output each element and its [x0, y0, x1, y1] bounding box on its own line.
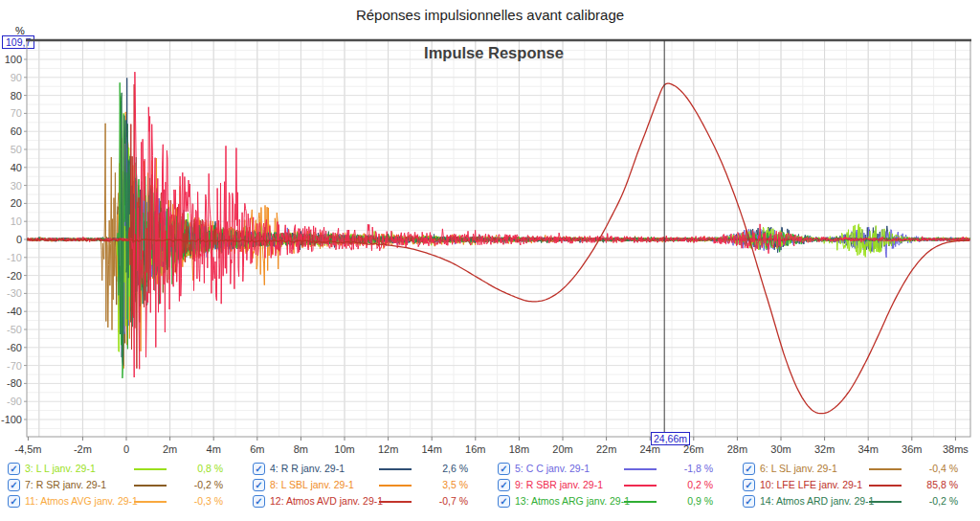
checkbox-icon[interactable]: ✓	[8, 495, 20, 508]
svg-text:14m: 14m	[421, 443, 441, 455]
svg-text:22m: 22m	[596, 443, 616, 455]
svg-text:-100: -100	[1, 414, 22, 425]
legend-item-6[interactable]: ✓6: L SL janv. 29-1-0,4 %	[735, 461, 980, 477]
legend-percent-value: 2,6 %	[412, 463, 468, 474]
svg-text:2m: 2m	[163, 443, 177, 455]
legend-label: 11: Atmos AVG janv. 29-1	[25, 495, 138, 507]
svg-text:12m: 12m	[378, 443, 398, 455]
chart-title: Impulse Response	[424, 44, 564, 61]
legend-percent-value: 0,9 %	[657, 495, 713, 507]
trace-color-swatch	[134, 485, 167, 487]
svg-text:-4,5m: -4,5m	[14, 443, 41, 455]
cursor-time-readout[interactable]: 24,66m	[651, 432, 690, 445]
svg-text:18m: 18m	[509, 443, 529, 455]
checkbox-icon[interactable]: ✓	[743, 495, 755, 508]
legend-item-14[interactable]: ✓14: Atmos ARD janv. 29-1-0,2 %	[735, 493, 980, 510]
legend-item-9[interactable]: ✓9: R SBR janv. 29-10,2 %	[490, 477, 735, 493]
legend-percent-value: 85,8 %	[902, 479, 958, 490]
svg-text:40: 40	[11, 162, 22, 173]
legend-item-7[interactable]: ✓7: R SR janv. 29-1-0,2 %	[0, 477, 245, 493]
legend-label: 10: LFE LFE janv. 29-1	[760, 479, 862, 490]
svg-text:50: 50	[11, 144, 22, 155]
checkbox-icon[interactable]: ✓	[253, 495, 265, 508]
checkbox-icon[interactable]: ✓	[743, 463, 755, 475]
legend-percent-value: -0,2 %	[902, 495, 958, 507]
svg-text:6m: 6m	[250, 443, 264, 455]
legend-percent-value: -0,7 %	[412, 495, 468, 507]
svg-text:-80: -80	[7, 377, 22, 389]
svg-text:-40: -40	[7, 306, 22, 317]
legend-item-4[interactable]: ✓4: R R janv. 29-12,6 %	[245, 461, 490, 477]
legend-item-10[interactable]: ✓10: LFE LFE janv. 29-185,8 %	[735, 477, 980, 493]
legend-label: 6: L SL janv. 29-1	[760, 463, 837, 474]
svg-text:-70: -70	[7, 360, 22, 372]
svg-text:0: 0	[16, 234, 22, 245]
svg-text:4m: 4m	[207, 443, 221, 455]
svg-text:-50: -50	[7, 324, 22, 335]
legend-label: 4: R R janv. 29-1	[270, 463, 345, 474]
svg-text:100: 100	[5, 54, 22, 65]
svg-text:32m: 32m	[814, 443, 835, 455]
svg-text:8m: 8m	[294, 443, 308, 455]
checkbox-icon[interactable]: ✓	[743, 479, 755, 491]
trace-color-swatch	[134, 501, 167, 503]
checkbox-icon[interactable]: ✓	[498, 495, 510, 508]
trace-ch-9	[27, 72, 970, 377]
svg-text:20: 20	[11, 197, 22, 209]
svg-text:28m: 28m	[727, 443, 747, 455]
trace-color-swatch	[869, 485, 902, 487]
legend-label: 13: Atmos ARG janv. 29-1	[515, 495, 630, 507]
legend-label: 8: L SBL janv. 29-1	[270, 479, 354, 490]
svg-text:20m: 20m	[552, 443, 572, 455]
checkbox-icon[interactable]: ✓	[498, 463, 510, 475]
trace-color-swatch	[869, 501, 902, 503]
svg-text:80: 80	[11, 90, 22, 102]
checkbox-icon[interactable]: ✓	[498, 479, 510, 491]
legend-label: 12: Atmos AVD janv. 29-1	[270, 495, 383, 507]
trace-color-swatch	[624, 485, 657, 487]
legend-label: 5: C C janv. 29-1	[515, 463, 590, 474]
legend-item-11[interactable]: ✓11: Atmos AVG janv. 29-1-0,3 %	[0, 493, 245, 510]
trace-color-swatch	[134, 468, 167, 470]
svg-text:90: 90	[11, 72, 22, 83]
svg-text:16m: 16m	[465, 443, 485, 455]
checkbox-icon[interactable]: ✓	[253, 479, 265, 491]
svg-text:-30: -30	[7, 287, 22, 299]
trace-color-swatch	[624, 468, 657, 470]
trace-color-swatch	[869, 468, 902, 470]
legend-item-12[interactable]: ✓12: Atmos AVD janv. 29-1-0,7 %	[245, 493, 490, 510]
svg-text:70: 70	[11, 107, 22, 119]
svg-text:-60: -60	[7, 342, 22, 353]
svg-text:-2m: -2m	[74, 443, 92, 455]
legend-label: 14: Atmos ARD janv. 29-1	[760, 495, 874, 507]
svg-text:10: 10	[11, 215, 22, 227]
legend-item-8[interactable]: ✓8: L SBL janv. 29-13,5 %	[245, 477, 490, 493]
svg-text:60: 60	[11, 125, 22, 137]
svg-text:36m: 36m	[902, 443, 922, 455]
trace-color-swatch	[379, 501, 412, 503]
legend: ✓3: L L janv. 29-10,8 %✓4: R R janv. 29-…	[0, 461, 980, 510]
legend-percent-value: 0,2 %	[657, 479, 713, 490]
legend-label: 7: R SR janv. 29-1	[25, 479, 106, 490]
legend-label: 9: R SBR janv. 29-1	[515, 479, 603, 490]
legend-percent-value: 0,8 %	[167, 463, 223, 474]
svg-text:-10: -10	[7, 252, 22, 263]
legend-percent-value: -1,8 %	[657, 463, 713, 474]
trace-color-swatch	[624, 501, 657, 503]
checkbox-icon[interactable]: ✓	[8, 479, 20, 491]
legend-item-5[interactable]: ✓5: C C janv. 29-1-1,8 %	[490, 461, 735, 477]
legend-percent-value: -0,2 %	[167, 479, 223, 490]
legend-percent-value: 3,5 %	[412, 479, 468, 490]
impulse-response-chart[interactable]: Impulse Response-4,5m-2m02m4m6m8m10m12m1…	[0, 0, 980, 460]
svg-text:34m: 34m	[858, 443, 878, 455]
checkbox-icon[interactable]: ✓	[8, 463, 20, 475]
legend-label: 3: L L janv. 29-1	[25, 463, 96, 474]
legend-item-13[interactable]: ✓13: Atmos ARG janv. 29-10,9 %	[490, 493, 735, 510]
svg-text:0: 0	[123, 443, 129, 455]
svg-text:30: 30	[11, 180, 22, 192]
checkbox-icon[interactable]: ✓	[253, 463, 265, 475]
legend-item-3[interactable]: ✓3: L L janv. 29-10,8 %	[0, 461, 245, 477]
svg-text:30m: 30m	[770, 443, 791, 455]
svg-text:-90: -90	[7, 396, 22, 407]
trace-color-swatch	[379, 485, 412, 487]
